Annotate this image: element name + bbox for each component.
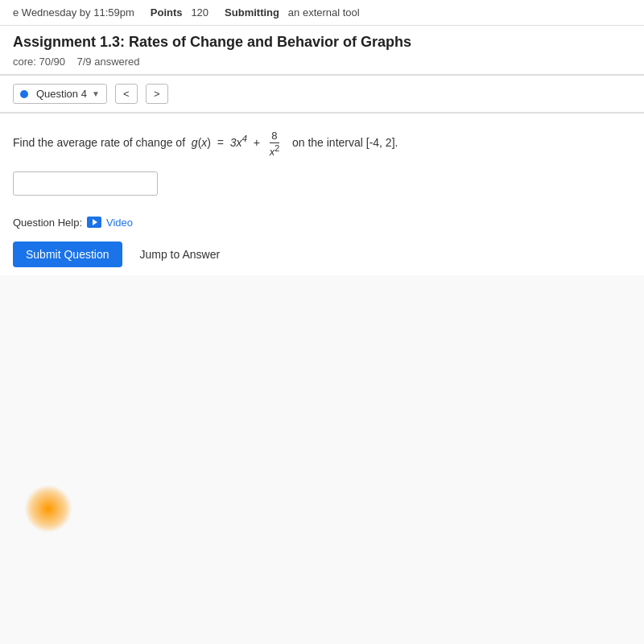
answer-input[interactable] bbox=[13, 171, 158, 196]
jump-to-answer-button[interactable]: Jump to Answer bbox=[130, 242, 230, 267]
action-buttons: Submit Question Jump to Answer bbox=[0, 233, 644, 275]
submit-question-button[interactable]: Submit Question bbox=[13, 242, 122, 267]
question-dot bbox=[20, 90, 28, 98]
next-question-button[interactable]: > bbox=[146, 84, 168, 104]
fraction-numerator: 8 bbox=[270, 130, 279, 143]
orange-glow-decoration bbox=[24, 485, 72, 533]
answered-count: 7/9 answered bbox=[77, 56, 140, 68]
question-area: Find the average rate of change of g(x) … bbox=[0, 114, 644, 212]
video-link[interactable]: Video bbox=[106, 217, 133, 229]
term1: 3x4 bbox=[230, 136, 247, 149]
question-help-area: Question Help: Video bbox=[0, 212, 644, 233]
points-label: Points bbox=[151, 6, 183, 19]
question-help-label: Question Help: bbox=[13, 217, 82, 229]
question-prefix: Find the average rate of change of bbox=[13, 136, 185, 149]
question-dropdown[interactable]: Question 4 ▼ bbox=[13, 84, 107, 104]
function-name: g bbox=[192, 136, 198, 149]
header-bar: e Wednesday by 11:59pm Points 120 Submit… bbox=[0, 0, 644, 26]
score-value: core: 70/90 bbox=[13, 56, 65, 68]
points-info: Points 120 bbox=[151, 6, 208, 19]
function-expression: g(x) = 3x4 + 8 x2 bbox=[188, 136, 286, 149]
submitting-info: Submitting an external tool bbox=[225, 6, 360, 19]
due-info: e Wednesday by 11:59pm bbox=[13, 6, 134, 19]
assignment-title: Assignment 1.3: Rates of Change and Beha… bbox=[0, 26, 644, 54]
prev-question-button[interactable]: < bbox=[115, 84, 138, 104]
score-line: core: 70/90 7/9 answered bbox=[0, 54, 644, 75]
fraction-denominator: x2 bbox=[268, 143, 282, 159]
submitting-value: an external tool bbox=[288, 6, 360, 19]
question-text: Find the average rate of change of g(x) … bbox=[13, 130, 631, 159]
video-icon[interactable] bbox=[87, 217, 101, 228]
question-suffix: on the interval [-4, 2]. bbox=[292, 136, 398, 149]
submitting-label: Submitting bbox=[225, 6, 279, 19]
bottom-area bbox=[0, 275, 644, 597]
dropdown-arrow-icon: ▼ bbox=[92, 89, 100, 98]
question-label: Question 4 bbox=[36, 88, 87, 100]
points-value: 120 bbox=[191, 6, 208, 19]
fraction-term: 8 x2 bbox=[268, 130, 282, 159]
question-nav: Question 4 ▼ < > bbox=[0, 76, 644, 113]
variable-x: x bbox=[201, 136, 207, 149]
